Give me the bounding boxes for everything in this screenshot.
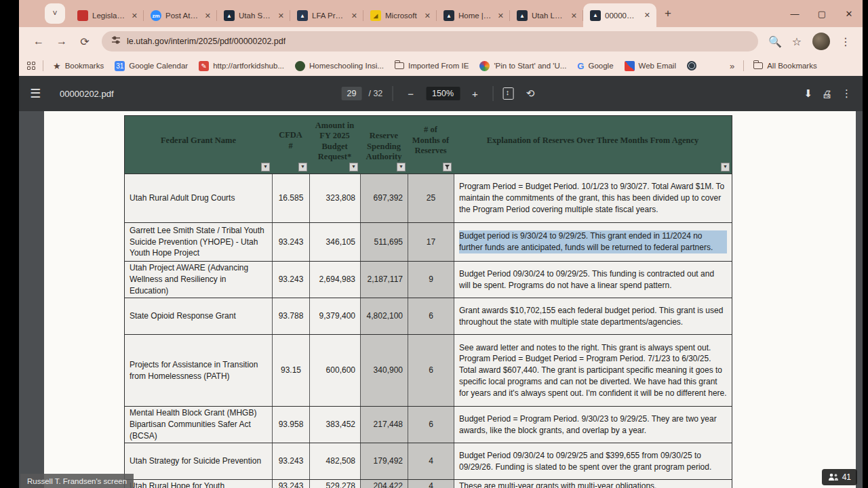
table-row: Utah Strategy for Suicide Prevention 93.… — [124, 443, 732, 479]
reserve-cell: 2,187,117 — [360, 262, 408, 298]
apps-grid-icon[interactable] — [27, 62, 35, 70]
bookmark-pin-to-start[interactable]: 'Pin to Start' and 'U... — [475, 59, 571, 73]
new-tab-button[interactable]: + — [659, 5, 677, 22]
bookmark-imported-from-ie[interactable]: Imported From IE — [390, 60, 473, 72]
reload-button[interactable]: ⟳ — [75, 31, 95, 52]
cfda-cell: 93.15 — [272, 335, 309, 406]
bookmark-bookmarks[interactable]: ★ Bookmarks — [48, 59, 108, 73]
filter-dropdown-button[interactable]: ▼ — [298, 163, 307, 171]
zoom-out-button[interactable]: − — [402, 88, 419, 100]
pdf-content-area[interactable]: Federal Grant Name ▼ CFDA # ▼ Amount in … — [19, 111, 863, 488]
browser-window: ˅ Legislative ✕ zm Post Atten ✕ ▲ Utah S… — [19, 0, 863, 488]
amount-cell: 9,379,400 — [309, 298, 360, 334]
tab-close-icon[interactable]: ✕ — [496, 10, 506, 22]
filter-funnel-button[interactable] — [443, 163, 452, 171]
tab-lfa-provider[interactable]: ▲ LFA Provid ✕ — [290, 4, 363, 27]
tab-utah-legislature[interactable]: ▲ Utah Legi ✕ — [510, 4, 583, 27]
pdf-menu-icon[interactable]: ☰ — [30, 86, 53, 101]
table-row: Garrett Lee Smith State / Tribal Youth S… — [124, 222, 732, 261]
rotate-icon[interactable]: ⟲ — [521, 87, 540, 100]
zoom-in-button[interactable]: + — [467, 88, 484, 100]
tab-home-utah[interactable]: ▲ Home | Ut ✕ — [437, 4, 510, 27]
close-window-button[interactable]: ✕ — [835, 9, 863, 19]
months-cell: 25 — [408, 174, 454, 222]
filter-dropdown-button[interactable]: ▼ — [261, 163, 270, 171]
cfda-cell: 93.958 — [272, 407, 309, 443]
tab-close-icon[interactable]: ✕ — [569, 10, 579, 22]
site-settings-icon[interactable] — [111, 35, 121, 47]
minimize-button[interactable]: — — [781, 9, 808, 19]
browser-menu-icon[interactable]: ⋮ — [835, 31, 856, 52]
explanation-cell-highlighted: Budget period is 9/30/24 to 9/29/25. Thi… — [454, 223, 732, 261]
bookmark-google-calendar[interactable]: 31 Google Calendar — [110, 59, 193, 73]
tab-pdf-active[interactable]: ▲ 00000202 ✕ — [583, 3, 656, 27]
bookmark-globe[interactable] — [682, 59, 701, 73]
tab-label: 00000202 — [605, 12, 638, 20]
bookmark-google[interactable]: G Google — [572, 59, 618, 73]
pdf-more-menu-icon[interactable]: ⋮ — [842, 87, 852, 100]
header-explanation: Explanation of Reserves Over Three Month… — [454, 116, 732, 174]
tab-favicon: zm — [151, 10, 161, 21]
zoom-icon[interactable]: 🔍 — [765, 31, 785, 52]
selected-text: Budget period is 9/30/24 to 9/29/25. Thi… — [459, 230, 727, 253]
tab-label: Microsoft — [385, 12, 418, 20]
amount-cell: 600,600 — [309, 335, 360, 406]
folder-icon — [753, 62, 763, 69]
download-icon[interactable]: ⬇ — [804, 87, 812, 100]
tab-post-attendance[interactable]: zm Post Atten ✕ — [144, 4, 217, 27]
grant-name-cell: Utah Rural Adult Drug Courts — [125, 174, 272, 222]
bookmark-web-email[interactable]: Web Email — [620, 59, 681, 73]
grant-name-cell: State Opioid Response Grant — [125, 298, 272, 334]
bookmark-label: Google Calendar — [129, 62, 188, 70]
fit-to-page-icon[interactable] — [503, 87, 514, 100]
pdf-toolbar: ☰ 00000202.pdf 29 / 32 − 150% + ⟲ ⬇ 🖨 ⋮ — [19, 76, 863, 111]
participants-badge[interactable]: 41 — [822, 469, 857, 485]
tab-search-button[interactable]: ˅ — [45, 3, 65, 24]
back-button[interactable]: ← — [28, 31, 49, 52]
tab-legislative[interactable]: Legislative ✕ — [71, 4, 144, 27]
maximize-button[interactable]: ▢ — [808, 9, 835, 19]
tab-favicon: ▲ — [297, 10, 308, 21]
tab-utah-state[interactable]: ▲ Utah State ✕ — [217, 4, 290, 27]
profile-avatar[interactable] — [812, 33, 830, 50]
presenter-screen-label: Russell T. Frandsen's screen — [20, 474, 134, 488]
tab-label: Home | Ut — [458, 12, 492, 20]
print-icon[interactable]: 🖨 — [822, 88, 832, 100]
address-bar[interactable]: le.utah.gov/interim/2025/pdf/00000202.pd… — [102, 31, 758, 52]
grant-name-cell: Projects for Assistance in Transition fr… — [125, 335, 272, 406]
divider — [493, 86, 494, 101]
bookmark-label: Homeschooling Insi... — [309, 62, 384, 70]
reserve-cell: 204,422 — [360, 480, 408, 488]
tab-close-icon[interactable]: ✕ — [642, 9, 652, 21]
cfda-cell: 93.243 — [272, 262, 309, 298]
calendar-icon: 31 — [115, 61, 125, 71]
cfda-cell: 16.585 — [272, 174, 309, 222]
tab-close-icon[interactable]: ✕ — [422, 10, 433, 22]
filter-dropdown-button[interactable]: ▼ — [397, 163, 406, 171]
filter-dropdown-button[interactable]: ▼ — [721, 163, 730, 171]
tab-close-icon[interactable]: ✕ — [349, 10, 359, 22]
tab-microsoft[interactable]: ◢ Microsoft ✕ — [363, 4, 437, 27]
months-cell: 4 — [408, 443, 454, 479]
reserve-cell: 340,900 — [360, 335, 408, 406]
zoom-level-value[interactable]: 150% — [426, 87, 460, 100]
all-bookmarks-button[interactable]: All Bookmarks — [749, 60, 822, 72]
tab-close-icon[interactable]: ✕ — [203, 10, 213, 22]
divider — [743, 60, 744, 71]
bookmarks-overflow-chevron[interactable]: » — [726, 61, 738, 71]
filter-dropdown-button[interactable]: ▼ — [349, 163, 358, 171]
tab-close-icon[interactable]: ✕ — [130, 10, 140, 22]
page-number-input[interactable]: 29 — [342, 87, 362, 100]
bookmark-homeschooling[interactable]: Homeschooling Insi... — [290, 59, 389, 73]
tab-favicon: ▲ — [517, 10, 528, 21]
amount-cell: 529,278 — [309, 480, 360, 488]
forward-button[interactable]: → — [52, 31, 72, 52]
bookmark-star-icon[interactable]: ☆ — [787, 31, 807, 52]
bookmark-artforkidshub[interactable]: ✎ http://artforkidshub... — [194, 59, 289, 73]
tab-close-icon[interactable]: ✕ — [276, 10, 286, 22]
table-row: Mental Health Block Grant (MHGB) Biparti… — [124, 406, 732, 443]
url-text: le.utah.gov/interim/2025/pdf/00000202.pd… — [127, 37, 285, 46]
explanation-cell: Program Period = Budget Period. 10/1/23 … — [454, 174, 732, 222]
table-row: Projects for Assistance in Transition fr… — [124, 334, 732, 406]
amount-cell: 383,452 — [309, 407, 360, 443]
